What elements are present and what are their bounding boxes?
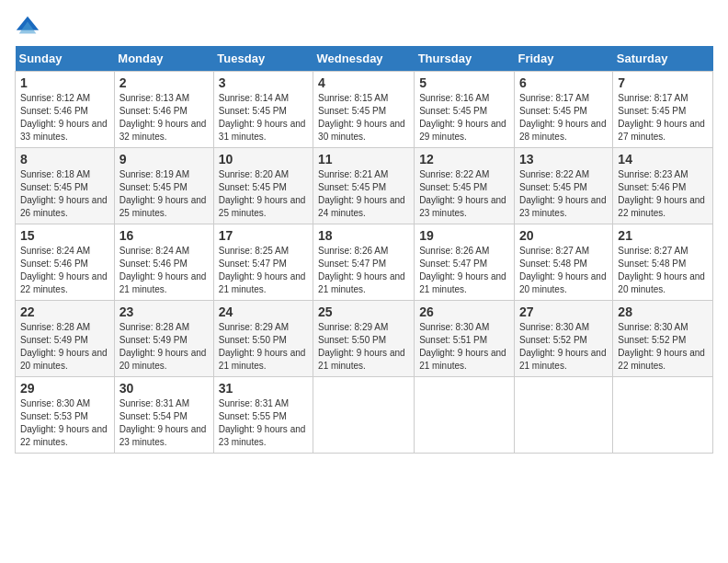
day-number: 3 <box>219 75 308 90</box>
calendar-cell: 4Sunrise: 8:15 AMSunset: 5:45 PMDaylight… <box>313 72 415 148</box>
calendar-header: SundayMondayTuesdayWednesdayThursdayFrid… <box>16 46 713 72</box>
day-info: Sunrise: 8:23 AMSunset: 5:46 PMDaylight:… <box>618 168 708 220</box>
calendar-cell: 12Sunrise: 8:22 AMSunset: 5:45 PMDayligh… <box>415 148 515 224</box>
day-number: 28 <box>618 304 708 319</box>
calendar-cell: 17Sunrise: 8:25 AMSunset: 5:47 PMDayligh… <box>213 224 313 301</box>
day-info: Sunrise: 8:18 AMSunset: 5:45 PMDaylight:… <box>20 168 109 220</box>
day-info: Sunrise: 8:15 AMSunset: 5:45 PMDaylight:… <box>318 92 409 144</box>
day-number: 2 <box>119 75 209 90</box>
day-number: 30 <box>119 381 209 396</box>
header-thursday: Thursday <box>415 46 515 72</box>
day-info: Sunrise: 8:30 AMSunset: 5:52 PMDaylight:… <box>618 321 708 373</box>
day-number: 16 <box>119 228 209 243</box>
day-info: Sunrise: 8:26 AMSunset: 5:47 PMDaylight:… <box>318 245 409 296</box>
header-wednesday: Wednesday <box>313 46 415 72</box>
day-info: Sunrise: 8:25 AMSunset: 5:47 PMDaylight:… <box>219 245 308 296</box>
day-number: 23 <box>119 304 209 319</box>
day-number: 11 <box>318 152 409 167</box>
calendar-cell: 5Sunrise: 8:16 AMSunset: 5:45 PMDaylight… <box>415 72 515 148</box>
day-number: 27 <box>519 304 608 319</box>
day-info: Sunrise: 8:19 AMSunset: 5:45 PMDaylight:… <box>119 168 209 220</box>
day-number: 21 <box>618 228 708 243</box>
calendar-cell: 9Sunrise: 8:19 AMSunset: 5:45 PMDaylight… <box>114 148 213 224</box>
calendar-cell: 10Sunrise: 8:20 AMSunset: 5:45 PMDayligh… <box>213 148 313 224</box>
calendar-cell: 11Sunrise: 8:21 AMSunset: 5:45 PMDayligh… <box>313 148 415 224</box>
day-info: Sunrise: 8:13 AMSunset: 5:46 PMDaylight:… <box>119 92 209 144</box>
day-info: Sunrise: 8:24 AMSunset: 5:46 PMDaylight:… <box>20 245 109 296</box>
day-info: Sunrise: 8:29 AMSunset: 5:50 PMDaylight:… <box>219 321 308 373</box>
calendar-cell: 18Sunrise: 8:26 AMSunset: 5:47 PMDayligh… <box>313 224 415 301</box>
day-number: 17 <box>219 228 308 243</box>
logo-icon <box>15 15 40 40</box>
week-row-2: 15Sunrise: 8:24 AMSunset: 5:46 PMDayligh… <box>16 224 713 301</box>
day-number: 19 <box>419 228 509 243</box>
calendar-cell: 21Sunrise: 8:27 AMSunset: 5:48 PMDayligh… <box>613 224 713 301</box>
day-number: 20 <box>519 228 608 243</box>
day-info: Sunrise: 8:29 AMSunset: 5:50 PMDaylight:… <box>318 321 409 373</box>
calendar-cell: 8Sunrise: 8:18 AMSunset: 5:45 PMDaylight… <box>16 148 115 224</box>
calendar-cell: 28Sunrise: 8:30 AMSunset: 5:52 PMDayligh… <box>613 301 713 377</box>
calendar-cell <box>415 377 515 454</box>
day-number: 4 <box>318 75 409 90</box>
calendar-cell: 19Sunrise: 8:26 AMSunset: 5:47 PMDayligh… <box>415 224 515 301</box>
calendar-cell: 7Sunrise: 8:17 AMSunset: 5:45 PMDaylight… <box>613 72 713 148</box>
calendar-cell: 1Sunrise: 8:12 AMSunset: 5:46 PMDaylight… <box>16 72 115 148</box>
header-row: SundayMondayTuesdayWednesdayThursdayFrid… <box>16 46 713 72</box>
day-number: 8 <box>20 152 109 167</box>
day-info: Sunrise: 8:21 AMSunset: 5:45 PMDaylight:… <box>318 168 409 220</box>
calendar-cell: 27Sunrise: 8:30 AMSunset: 5:52 PMDayligh… <box>514 301 612 377</box>
calendar-table: SundayMondayTuesdayWednesdayThursdayFrid… <box>15 46 713 454</box>
day-info: Sunrise: 8:12 AMSunset: 5:46 PMDaylight:… <box>20 92 109 144</box>
week-row-0: 1Sunrise: 8:12 AMSunset: 5:46 PMDaylight… <box>16 72 713 148</box>
week-row-4: 29Sunrise: 8:30 AMSunset: 5:53 PMDayligh… <box>16 377 713 454</box>
day-number: 6 <box>519 75 608 90</box>
day-info: Sunrise: 8:16 AMSunset: 5:45 PMDaylight:… <box>419 92 509 144</box>
calendar-cell: 3Sunrise: 8:14 AMSunset: 5:45 PMDaylight… <box>213 72 313 148</box>
day-info: Sunrise: 8:22 AMSunset: 5:45 PMDaylight:… <box>419 168 509 220</box>
day-info: Sunrise: 8:17 AMSunset: 5:45 PMDaylight:… <box>519 92 608 144</box>
page-header <box>15 15 713 40</box>
calendar-cell <box>613 377 713 454</box>
calendar-cell: 20Sunrise: 8:27 AMSunset: 5:48 PMDayligh… <box>514 224 612 301</box>
calendar-cell: 14Sunrise: 8:23 AMSunset: 5:46 PMDayligh… <box>613 148 713 224</box>
header-tuesday: Tuesday <box>213 46 313 72</box>
day-number: 5 <box>419 75 509 90</box>
day-number: 13 <box>519 152 608 167</box>
calendar-cell: 22Sunrise: 8:28 AMSunset: 5:49 PMDayligh… <box>16 301 115 377</box>
calendar-cell: 31Sunrise: 8:31 AMSunset: 5:55 PMDayligh… <box>213 377 313 454</box>
day-number: 10 <box>219 152 308 167</box>
day-number: 12 <box>419 152 509 167</box>
day-info: Sunrise: 8:26 AMSunset: 5:47 PMDaylight:… <box>419 245 509 296</box>
day-number: 22 <box>20 304 109 319</box>
header-monday: Monday <box>114 46 213 72</box>
day-info: Sunrise: 8:30 AMSunset: 5:51 PMDaylight:… <box>419 321 509 373</box>
calendar-cell: 26Sunrise: 8:30 AMSunset: 5:51 PMDayligh… <box>415 301 515 377</box>
day-number: 31 <box>219 381 308 396</box>
header-sunday: Sunday <box>16 46 115 72</box>
day-number: 24 <box>219 304 308 319</box>
day-info: Sunrise: 8:30 AMSunset: 5:53 PMDaylight:… <box>20 397 109 449</box>
day-info: Sunrise: 8:20 AMSunset: 5:45 PMDaylight:… <box>219 168 308 220</box>
day-info: Sunrise: 8:30 AMSunset: 5:52 PMDaylight:… <box>519 321 608 373</box>
day-number: 9 <box>119 152 209 167</box>
day-info: Sunrise: 8:22 AMSunset: 5:45 PMDaylight:… <box>519 168 608 220</box>
day-info: Sunrise: 8:27 AMSunset: 5:48 PMDaylight:… <box>519 245 608 296</box>
calendar-cell <box>514 377 612 454</box>
day-info: Sunrise: 8:31 AMSunset: 5:54 PMDaylight:… <box>119 397 209 449</box>
day-info: Sunrise: 8:24 AMSunset: 5:46 PMDaylight:… <box>119 245 209 296</box>
day-info: Sunrise: 8:31 AMSunset: 5:55 PMDaylight:… <box>219 397 308 449</box>
logo <box>15 15 44 40</box>
day-info: Sunrise: 8:28 AMSunset: 5:49 PMDaylight:… <box>20 321 109 373</box>
calendar-cell: 2Sunrise: 8:13 AMSunset: 5:46 PMDaylight… <box>114 72 213 148</box>
calendar-cell: 6Sunrise: 8:17 AMSunset: 5:45 PMDaylight… <box>514 72 612 148</box>
day-info: Sunrise: 8:27 AMSunset: 5:48 PMDaylight:… <box>618 245 708 296</box>
week-row-3: 22Sunrise: 8:28 AMSunset: 5:49 PMDayligh… <box>16 301 713 377</box>
day-info: Sunrise: 8:17 AMSunset: 5:45 PMDaylight:… <box>618 92 708 144</box>
calendar-cell: 13Sunrise: 8:22 AMSunset: 5:45 PMDayligh… <box>514 148 612 224</box>
day-number: 18 <box>318 228 409 243</box>
calendar-cell: 30Sunrise: 8:31 AMSunset: 5:54 PMDayligh… <box>114 377 213 454</box>
header-friday: Friday <box>514 46 612 72</box>
header-saturday: Saturday <box>613 46 713 72</box>
day-number: 25 <box>318 304 409 319</box>
calendar-cell: 24Sunrise: 8:29 AMSunset: 5:50 PMDayligh… <box>213 301 313 377</box>
